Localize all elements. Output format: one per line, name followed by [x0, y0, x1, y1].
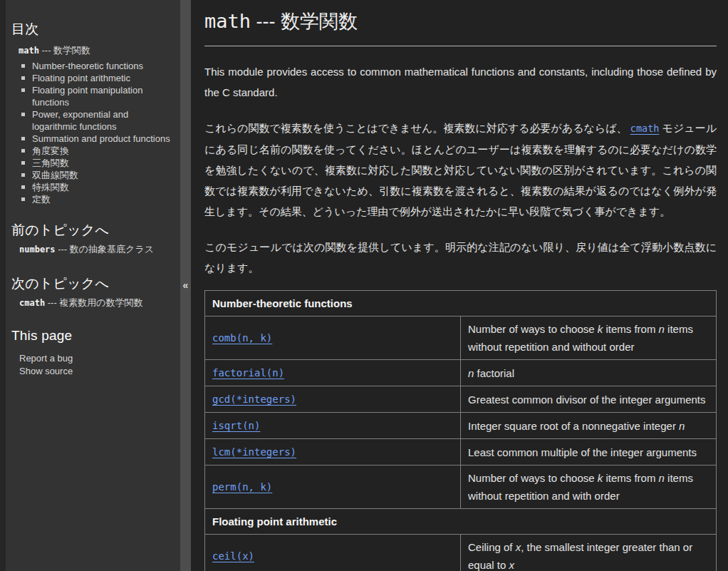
main-content: math --- 数学関数 This module provides acces… [191, 0, 728, 571]
bullet-square-icon [21, 161, 25, 165]
table-section-header: Number-theoretic functions [205, 291, 717, 317]
function-description: n factorial [461, 360, 717, 386]
function-description: Greatest common divisor of the integer a… [461, 386, 717, 413]
report-bug-link[interactable]: Report a bug [19, 353, 73, 364]
next-topic-link[interactable]: cmath --- 複素数用の数学関数 [11, 297, 173, 309]
bullet-square-icon [21, 76, 25, 80]
function-link-ceil[interactable]: ceil(x) [212, 550, 254, 562]
bullet-square-icon [21, 64, 25, 68]
sidebar-item-label[interactable]: Floating point arithmetic [32, 72, 130, 84]
table-section-header: Floating point arithmetic [205, 509, 717, 535]
function-description: Number of ways to choose k items from n … [461, 317, 717, 360]
sidebar-scrollbar-track[interactable] [0, 0, 6, 571]
intro-paragraph-en: This module provides access to common ma… [204, 61, 717, 103]
table-row: isqrt(n) Integer square root of a nonneg… [205, 413, 717, 439]
table-row: gcd(*integers) Greatest common divisor o… [205, 386, 717, 413]
table-section-row: Number-theoretic functions [205, 291, 717, 317]
collapse-sidebar-handle[interactable]: « [180, 0, 191, 571]
function-link-lcm[interactable]: lcm(*integers) [212, 446, 296, 458]
function-link-isqrt[interactable]: isqrt(n) [212, 420, 260, 431]
bullet-square-icon [21, 149, 25, 153]
list-item: Report a bug [19, 351, 173, 364]
sidebar-item-label[interactable]: 双曲線関数 [32, 169, 78, 181]
previous-topic-heading: 前のトピックへ [11, 221, 173, 240]
function-link-gcd[interactable]: gcd(*integers) [212, 393, 296, 405]
sidebar-item-label[interactable]: Floating point manipulation functions [32, 84, 173, 108]
bullet-square-icon [21, 197, 25, 201]
sidebar-item-angular-conversion[interactable]: 角度変換 [19, 145, 173, 157]
sidebar-item-special[interactable]: 特殊関数 [19, 181, 173, 193]
sidebar-item-label[interactable]: 三角関数 [32, 157, 69, 169]
table-row: lcm(*integers) Least common multiple of … [205, 439, 717, 465]
function-description: Least common multiple of the integer arg… [461, 439, 717, 465]
previous-topic-link[interactable]: numbers --- 数の抽象基底クラス [11, 243, 173, 256]
table-section-row: Floating point arithmetic [205, 509, 717, 535]
sidebar-item-number-theoretic[interactable]: Number-theoretic functions [19, 60, 173, 72]
collapse-chevrons-icon: « [183, 279, 189, 291]
toc-root-link[interactable]: math --- 数学関数 [19, 45, 90, 56]
bullet-square-icon [21, 88, 25, 92]
functions-note-paragraph: このモジュールでは次の関数を提供しています。明示的な注記のない限り、戻り値は全て… [204, 237, 717, 278]
show-source-link[interactable]: Show source [19, 366, 73, 376]
docs-page: 目次 math --- 数学関数 Number-theoretic functi… [0, 0, 728, 571]
sidebar-item-label[interactable]: Summation and product functions [32, 133, 170, 145]
sidebar-item-label[interactable]: 定数 [32, 193, 51, 205]
sidebar-item-label[interactable]: 特殊関数 [32, 181, 69, 193]
sidebar-item-constants[interactable]: 定数 [19, 193, 173, 205]
cmath-link[interactable]: cmath [630, 123, 660, 134]
this-page-links: Report a bug Show source [11, 351, 173, 377]
toc-list: math --- 数学関数 Number-theoretic functions… [11, 44, 173, 205]
toc-sublist: Number-theoretic functions Floating poin… [19, 60, 173, 205]
sidebar-item-power-exponential[interactable]: Power, exponential and logarithmic funct… [19, 108, 173, 133]
sidebar-item-floating-point-arithmetic[interactable]: Floating point arithmetic [19, 72, 173, 84]
sidebar: 目次 math --- 数学関数 Number-theoretic functi… [0, 0, 180, 571]
bullet-square-icon [21, 173, 25, 177]
table-row: factorial(n) n factorial [205, 360, 717, 386]
sidebar-item-label[interactable]: 角度変換 [32, 145, 69, 157]
function-description: Ceiling of x, the smallest integer great… [461, 535, 717, 571]
sidebar-item-label[interactable]: Power, exponential and logarithmic funct… [32, 108, 173, 133]
function-link-comb[interactable]: comb(n, k) [212, 332, 272, 344]
intro-paragraph-ja: これらの関数で複素数を使うことはできません。複素数に対応する必要があるならば、 … [204, 118, 717, 222]
sidebar-item-floating-point-manipulation[interactable]: Floating point manipulation functions [19, 84, 173, 108]
function-summary-table: Number-theoretic functions comb(n, k) Nu… [204, 290, 717, 571]
sidebar-item-trigonometric[interactable]: 三角関数 [19, 157, 173, 169]
next-topic-heading: 次のトピックへ [11, 274, 173, 293]
toc-heading: 目次 [11, 20, 173, 38]
bullet-square-icon [21, 113, 25, 116]
sidebar-item-label[interactable]: Number-theoretic functions [32, 60, 143, 72]
page-title: math --- 数学関数 [204, 9, 717, 34]
function-description: Number of ways to choose k items from n … [461, 465, 717, 509]
list-item: Show source [19, 364, 173, 377]
table-row: perm(n, k) Number of ways to choose k it… [205, 465, 717, 509]
sidebar-content: 目次 math --- 数学関数 Number-theoretic functi… [6, 0, 180, 571]
bullet-square-icon [21, 137, 25, 140]
this-page-heading: This page [11, 328, 173, 344]
function-description: Integer square root of a nonnegative int… [461, 413, 717, 439]
sidebar-item-hyperbolic[interactable]: 双曲線関数 [19, 169, 173, 181]
sidebar-item-math-module[interactable]: math --- 数学関数 Number-theoretic functions… [19, 44, 173, 205]
table-row: comb(n, k) Number of ways to choose k it… [205, 317, 717, 360]
bullet-square-icon [21, 185, 25, 189]
function-link-perm[interactable]: perm(n, k) [212, 481, 272, 493]
sidebar-item-summation-product[interactable]: Summation and product functions [19, 133, 173, 145]
table-row: ceil(x) Ceiling of x, the smallest integ… [205, 535, 717, 571]
title-divider [204, 46, 717, 46]
function-link-factorial[interactable]: factorial(n) [212, 367, 284, 379]
